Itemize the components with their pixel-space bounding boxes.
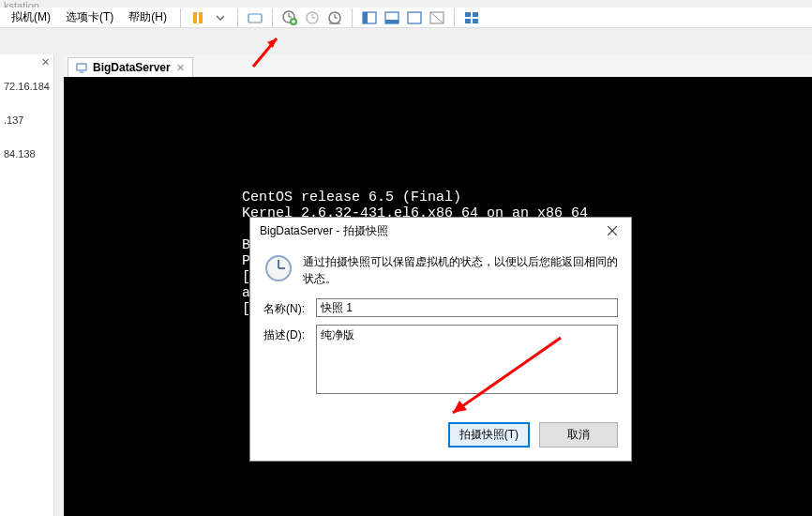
keyboard-icon [248, 11, 263, 24]
separator [237, 8, 238, 27]
revert-snapshot-button[interactable] [301, 7, 323, 29]
vm-tab-icon [76, 62, 87, 73]
cancel-button[interactable]: 取消 [539, 422, 618, 448]
app-title-fragment: kstation [0, 0, 47, 8]
svg-marker-36 [267, 38, 277, 48]
svg-rect-1 [199, 12, 203, 23]
menu-tabs[interactable]: 选项卡(T) [58, 8, 121, 27]
svg-rect-28 [77, 64, 86, 70]
sidebar-item[interactable]: .137 [4, 114, 50, 126]
desc-label: 描述(D): [263, 325, 316, 343]
snapshot-name-input[interactable] [316, 298, 618, 317]
separator [454, 8, 455, 27]
snapshot-revert-icon [305, 10, 320, 25]
dialog-info-text: 通过拍摄快照可以保留虚拟机的状态，以便以后您能返回相同的状态。 [303, 253, 618, 287]
view-split-button[interactable] [358, 7, 381, 29]
sidebar-item[interactable]: 72.16.184. [4, 81, 50, 92]
sidebar: ✕ 72.16.184. .137 84.138 [0, 54, 54, 516]
chevron-down-icon [217, 14, 224, 22]
svg-rect-2 [248, 14, 262, 23]
snapshot-manage-icon [327, 10, 342, 25]
sidebar-item[interactable]: 84.138 [4, 148, 50, 159]
fullscreen-icon [407, 11, 422, 24]
pause-icon [191, 11, 204, 24]
svg-rect-18 [363, 12, 368, 23]
separator [272, 8, 273, 27]
tabbar: BigDataServer ✕ [64, 54, 812, 77]
manage-snapshot-button[interactable] [323, 7, 346, 29]
dialog-titlebar[interactable]: BigDataServer - 拍摄快照 [250, 218, 631, 244]
vm-tab[interactable]: BigDataServer ✕ [68, 57, 193, 77]
name-label: 名称(N): [263, 298, 316, 317]
tab-close-button[interactable]: ✕ [176, 62, 185, 74]
svg-rect-24 [465, 12, 471, 17]
separator [352, 8, 353, 27]
svg-rect-25 [473, 12, 478, 17]
svg-rect-0 [193, 12, 197, 23]
thumbnail-button[interactable] [460, 7, 483, 29]
snapshot-dialog: BigDataServer - 拍摄快照 通过拍摄快照可以保留虚拟机的状态，以便… [249, 217, 632, 462]
menu-help[interactable]: 帮助(H) [121, 8, 174, 27]
split-view-icon [362, 11, 377, 24]
sidebar-close-button[interactable]: ✕ [41, 56, 50, 68]
separator [180, 8, 181, 27]
single-view-icon [384, 11, 399, 24]
menubar: 拟机(M) 选项卡(T) 帮助(H) [0, 8, 812, 28]
vm-tab-label: BigDataServer [93, 61, 171, 74]
send-ctrl-alt-del-button[interactable] [244, 7, 266, 29]
take-snapshot-button[interactable] [278, 7, 301, 29]
dialog-title: BigDataServer - 拍摄快照 [260, 223, 388, 239]
snapshot-clock-icon [263, 253, 293, 283]
svg-rect-27 [473, 19, 478, 23]
svg-rect-21 [408, 12, 421, 23]
svg-line-23 [430, 12, 444, 23]
unity-icon [429, 11, 444, 24]
dropdown-button[interactable] [209, 7, 232, 29]
dialog-close-button[interactable] [599, 220, 625, 241]
take-snapshot-confirm-button[interactable]: 拍摄快照(T) [448, 422, 530, 448]
svg-rect-20 [385, 20, 398, 23]
fullscreen-button[interactable] [403, 7, 426, 29]
snapshot-desc-input[interactable] [316, 325, 618, 394]
snapshot-add-icon [281, 9, 298, 26]
menu-vm[interactable]: 拟机(M) [4, 8, 58, 27]
view-single-button[interactable] [381, 7, 403, 29]
pause-button[interactable] [187, 7, 209, 29]
close-icon [608, 226, 617, 235]
svg-rect-26 [465, 19, 471, 23]
thumbnail-icon [464, 11, 479, 24]
unity-button[interactable] [426, 7, 448, 29]
